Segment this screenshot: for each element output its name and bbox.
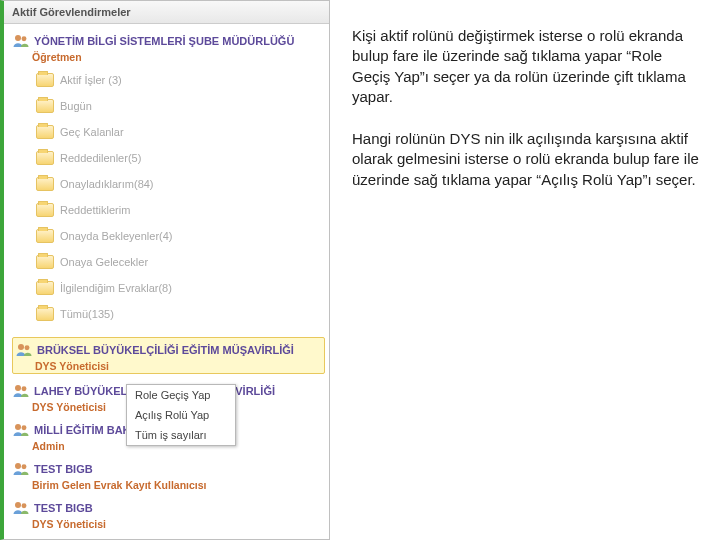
role-subtitle: DYS Yöneticisi [32,518,325,530]
users-icon [12,499,30,517]
role-block[interactable]: TEST BIGBBirim Gelen Evrak Kayıt Kullanı… [12,458,325,491]
folder-icon [36,203,54,217]
instruction-p2: Hangi rolünün DYS nin ilk açılışında kar… [352,129,702,190]
panel-body[interactable]: YÖNETİM BİLGİ SİSTEMLERİ ŞUBE MÜDÜRLÜĞÜÖ… [4,24,329,538]
folder-label: Onayda Bekleyenler(4) [60,230,173,242]
folder-item[interactable]: Onayda Bekleyenler(4) [36,223,325,249]
folder-item[interactable]: Reddedilenler(5) [36,145,325,171]
folder-label: İlgilendiğim Evraklar(8) [60,282,172,294]
folder-list: Aktif İşler (3)BugünGeç KalanlarReddedil… [36,67,325,327]
role-subtitle: DYS Yöneticisi [35,360,322,372]
role-block[interactable]: YÖNETİM BİLGİ SİSTEMLERİ ŞUBE MÜDÜRLÜĞÜÖ… [12,30,325,327]
folder-item[interactable]: Onaya Gelecekler [36,249,325,275]
role-title: YÖNETİM BİLGİ SİSTEMLERİ ŞUBE MÜDÜRLÜĞÜ [34,35,294,47]
role-title: TEST BIGB [34,502,93,514]
role-block[interactable]: TEST BIGBDYS Yöneticisi [12,497,325,530]
context-menu-item[interactable]: Tüm iş sayıları [127,425,235,445]
context-menu-item[interactable]: Açılış Rolü Yap [127,405,235,425]
users-icon [12,421,30,439]
role-title: BRÜKSEL BÜYÜKELÇİLİĞİ EĞİTİM MÜŞAVİRLİĞİ [37,344,294,356]
folder-item[interactable]: Bugün [36,93,325,119]
instruction-p1: Kişi aktif rolünü değiştirmek isterse o … [352,26,702,107]
users-icon [12,460,30,478]
folder-label: Tümü(135) [60,308,114,320]
folder-label: Aktif İşler (3) [60,74,122,86]
folder-label: Bugün [60,100,92,112]
folder-icon [36,73,54,87]
folder-item[interactable]: Tümü(135) [36,301,325,327]
folder-label: Reddedilenler(5) [60,152,141,164]
role-head[interactable]: TEST BIGB [12,497,325,517]
role-head[interactable]: YÖNETİM BİLGİ SİSTEMLERİ ŞUBE MÜDÜRLÜĞÜ [12,30,325,50]
folder-item[interactable]: Onayladıklarım(84) [36,171,325,197]
folder-item[interactable]: İlgilendiğim Evraklar(8) [36,275,325,301]
context-menu[interactable]: Role Geçiş YapAçılış Rolü YapTüm iş sayı… [126,384,236,446]
role-subtitle: Birim Gelen Evrak Kayıt Kullanıcısı [32,479,325,491]
folder-icon [36,99,54,113]
active-assignments-panel: Aktif Görevlendirmeler YÖNETİM BİLGİ SİS… [0,0,330,540]
role-head[interactable]: TEST BIGB [12,458,325,478]
folder-icon [36,151,54,165]
panel-title: Aktif Görevlendirmeler [4,1,329,24]
folder-item[interactable]: Geç Kalanlar [36,119,325,145]
role-subtitle: Öğretmen [32,51,325,63]
folder-label: Reddettiklerim [60,204,130,216]
folder-icon [36,125,54,139]
role-title: TEST BIGB [34,463,93,475]
context-menu-item[interactable]: Role Geçiş Yap [127,385,235,405]
folder-icon [36,307,54,321]
users-icon [12,382,30,400]
users-icon [15,341,33,359]
instruction-text: Kişi aktif rolünü değiştirmek isterse o … [330,0,720,540]
folder-label: Onayladıklarım(84) [60,178,154,190]
role-head[interactable]: BRÜKSEL BÜYÜKELÇİLİĞİ EĞİTİM MÜŞAVİRLİĞİ [15,339,322,359]
folder-icon [36,281,54,295]
folder-icon [36,177,54,191]
folder-item[interactable]: Reddettiklerim [36,197,325,223]
users-icon [12,32,30,50]
folder-item[interactable]: Aktif İşler (3) [36,67,325,93]
folder-icon [36,229,54,243]
folder-label: Onaya Gelecekler [60,256,148,268]
role-block[interactable]: BRÜKSEL BÜYÜKELÇİLİĞİ EĞİTİM MÜŞAVİRLİĞİ… [12,337,325,374]
folder-label: Geç Kalanlar [60,126,124,138]
folder-icon [36,255,54,269]
